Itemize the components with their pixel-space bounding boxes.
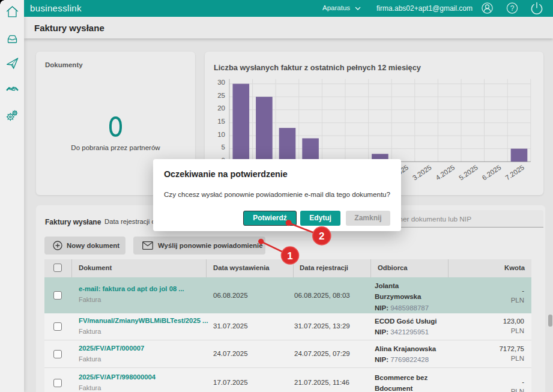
svg-text:25: 25 bbox=[217, 92, 225, 99]
svg-text:10: 10 bbox=[217, 131, 225, 138]
svg-text:5: 5 bbox=[222, 143, 225, 151]
svg-text:5.2025: 5.2025 bbox=[458, 164, 479, 182]
svg-text:3.2025: 3.2025 bbox=[411, 164, 433, 182]
svg-text:?: ? bbox=[510, 4, 515, 13]
svg-text:30: 30 bbox=[217, 79, 225, 86]
svg-text:4.2025: 4.2025 bbox=[435, 164, 456, 182]
svg-text:6.2025: 6.2025 bbox=[481, 164, 503, 182]
svg-text:20: 20 bbox=[217, 104, 225, 112]
svg-text:15: 15 bbox=[217, 118, 225, 125]
svg-text:7.2025: 7.2025 bbox=[504, 164, 525, 182]
